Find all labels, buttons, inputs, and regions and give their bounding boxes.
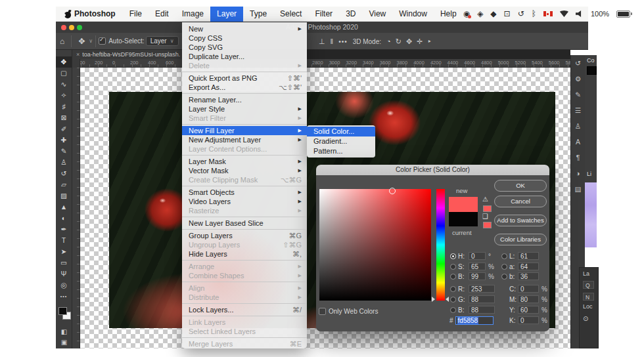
blur-tool[interactable]: ▲ xyxy=(56,201,72,213)
menubar-item-3d[interactable]: 3D xyxy=(339,7,362,22)
field-input-b[interactable]: 88 xyxy=(469,306,495,314)
crop-tool[interactable]: ♯ xyxy=(56,101,72,112)
3d-mode-icon[interactable]: ‣ xyxy=(427,37,432,46)
layers-filter-dropdown[interactable]: Q xyxy=(583,281,594,289)
menu-item-create-clipping-mask[interactable]: Create Clipping Mask⌥⌘G xyxy=(182,175,307,184)
layer-visibility-eye-icon[interactable]: ⊙ xyxy=(583,315,598,322)
frame-tool[interactable]: ⊠ xyxy=(56,112,72,123)
menubar-item-view[interactable]: View xyxy=(362,7,392,22)
menu-item-align[interactable]: Align▶ xyxy=(182,284,307,293)
toolbar-more[interactable]: ••• xyxy=(56,291,72,302)
history-brush-tool[interactable]: ↺ xyxy=(56,168,72,179)
field-input-r[interactable]: 253 xyxy=(469,285,495,293)
menu-item-link-layers[interactable]: Link Layers xyxy=(182,318,307,327)
dropbox-icon[interactable]: ◈ xyxy=(477,10,483,18)
field-input-a[interactable]: 64 xyxy=(518,262,539,270)
menu-item-combine-shapes[interactable]: Combine Shapes▶ xyxy=(182,271,307,280)
radio-l[interactable] xyxy=(501,253,507,259)
hex-input[interactable]: fd5858 xyxy=(455,316,494,325)
type-tool[interactable]: T xyxy=(56,235,72,246)
more-options-icon[interactable]: ••• xyxy=(338,38,348,45)
blend-mode-dropdown[interactable]: N xyxy=(583,293,594,301)
menubar-item-select[interactable]: Select xyxy=(273,7,308,22)
field-input-y[interactable]: 60 xyxy=(518,306,539,314)
menu-item-delete[interactable]: Delete▶ xyxy=(182,61,307,70)
menu-item-smart-objects[interactable]: Smart Objects▶ xyxy=(182,188,307,197)
history-panel-icon[interactable]: ↺ xyxy=(571,55,585,71)
menu-item-quick-export-as-png[interactable]: Quick Export as PNG⇧⌘' xyxy=(182,74,307,83)
radio-b[interactable] xyxy=(450,307,456,313)
menu-item-ungroup-layers[interactable]: Ungroup Layers⇧⌘G xyxy=(182,240,307,249)
menu-item-new-fill-layer[interactable]: New Fill Layer▶ xyxy=(182,126,307,135)
volume-icon[interactable] xyxy=(576,10,584,17)
clone-stamp-tool[interactable]: ♙ xyxy=(56,157,72,168)
quick-mask-icon[interactable]: ◧ xyxy=(56,328,72,335)
move-tool-icon[interactable]: ✥ xyxy=(74,37,89,46)
tab-color-panel[interactable]: Co xyxy=(585,55,597,64)
radio-b[interactable] xyxy=(450,274,456,280)
auto-select-checkbox[interactable] xyxy=(99,37,106,45)
field-input-g[interactable]: 88 xyxy=(469,295,495,303)
menubar-item-type[interactable]: Type xyxy=(243,7,273,22)
menubar-app-icon[interactable]: ◆ xyxy=(490,10,496,18)
radio-a[interactable] xyxy=(501,264,507,270)
submenu-item-pattern[interactable]: Pattern... xyxy=(307,146,375,156)
libraries-thumbnail[interactable] xyxy=(585,182,597,247)
menubar-item-window[interactable]: Window xyxy=(392,7,434,22)
menubar-item-help[interactable]: Help xyxy=(434,7,463,22)
align-icon[interactable]: ‖ xyxy=(331,37,334,46)
radio-h[interactable] xyxy=(450,253,456,259)
submenu-item-gradient[interactable]: Gradient... xyxy=(307,136,375,146)
color-panel-swatch[interactable] xyxy=(587,66,597,75)
wifi-icon[interactable] xyxy=(560,10,568,17)
3d-mode-icon[interactable]: ✛ xyxy=(417,37,423,46)
home-icon[interactable]: ⌂ xyxy=(56,37,68,46)
adjustments-panel-icon[interactable]: ◑ xyxy=(571,165,585,181)
3d-mode-icon[interactable]: ✥ xyxy=(406,37,412,46)
menu-item-distribute[interactable]: Distribute▶ xyxy=(182,293,307,302)
brush-tool[interactable]: ✎ xyxy=(56,146,72,157)
shape-tool[interactable]: ▭ xyxy=(56,257,72,268)
tab-layers-panel[interactable]: La xyxy=(580,268,598,277)
screen-mode-icon[interactable]: ▣ xyxy=(56,339,72,346)
document-tab[interactable]: ×toa-heftiba-WsDF95mSUsI-unsplash. xyxy=(72,50,186,59)
menu-item-new[interactable]: New▶ xyxy=(182,24,307,33)
menu-item-group-layers[interactable]: Group Layers⌘G xyxy=(182,231,307,240)
menu-item-smart-filter[interactable]: Smart Filter▶ xyxy=(182,114,307,123)
field-input-b[interactable]: 36 xyxy=(518,272,539,280)
pen-tool[interactable]: ✒ xyxy=(56,224,72,235)
close-tab-icon[interactable]: × xyxy=(76,51,80,58)
menu-item-video-layers[interactable]: Video Layers▶ xyxy=(182,197,307,206)
window-title-bar[interactable]: Adobe Photoshop 2020 xyxy=(56,22,588,33)
menu-item-new-layer-based-slice[interactable]: New Layer Based Slice xyxy=(182,219,307,228)
brush-settings-panel-icon[interactable]: ✎ xyxy=(571,87,585,102)
hand-tool[interactable]: Ψ xyxy=(56,268,72,280)
radio-b[interactable] xyxy=(501,274,507,280)
path-select-tool[interactable]: ➤ xyxy=(56,246,72,257)
menu-item-copy-css[interactable]: Copy CSS xyxy=(182,33,307,43)
radio-g[interactable] xyxy=(450,297,456,303)
field-input-l[interactable]: 61 xyxy=(518,252,539,260)
menubar-item-edit[interactable]: Edit xyxy=(149,7,175,22)
menubar-item-image[interactable]: Image xyxy=(175,7,210,22)
lasso-tool[interactable]: ∿ xyxy=(56,79,72,90)
menu-item-layer-style[interactable]: Layer Style▶ xyxy=(182,104,307,114)
zoom-tool[interactable]: ◎ xyxy=(56,280,72,291)
bluetooth-icon[interactable]: ᛒ xyxy=(532,10,536,18)
marquee-tool[interactable]: ▢ xyxy=(56,68,72,79)
radio-s[interactable] xyxy=(450,264,456,270)
foreground-background-swatches[interactable] xyxy=(58,307,70,320)
patterns-panel-icon[interactable]: ▤ xyxy=(571,181,585,197)
menubar-item-photoshop[interactable]: Photoshop xyxy=(67,7,123,22)
gradient-tool[interactable]: ▨ xyxy=(56,190,72,201)
character-panel-icon[interactable]: A xyxy=(571,134,585,150)
paragraph-panel-icon[interactable]: ¶ xyxy=(571,150,585,165)
menubar-item-layer[interactable]: Layer xyxy=(210,7,243,22)
menu-item-merge-layers[interactable]: Merge Layers⌘E xyxy=(182,339,307,348)
move-tool[interactable]: ✥ xyxy=(56,56,72,68)
dodge-tool[interactable]: ◐ xyxy=(56,213,72,224)
align-icon[interactable]: ⊥ xyxy=(319,37,325,46)
menu-item-copy-svg[interactable]: Copy SVG xyxy=(182,43,307,52)
menu-item-select-linked-layers[interactable]: Select Linked Layers xyxy=(182,327,307,336)
magic-wand-tool[interactable]: ✧ xyxy=(56,90,72,101)
